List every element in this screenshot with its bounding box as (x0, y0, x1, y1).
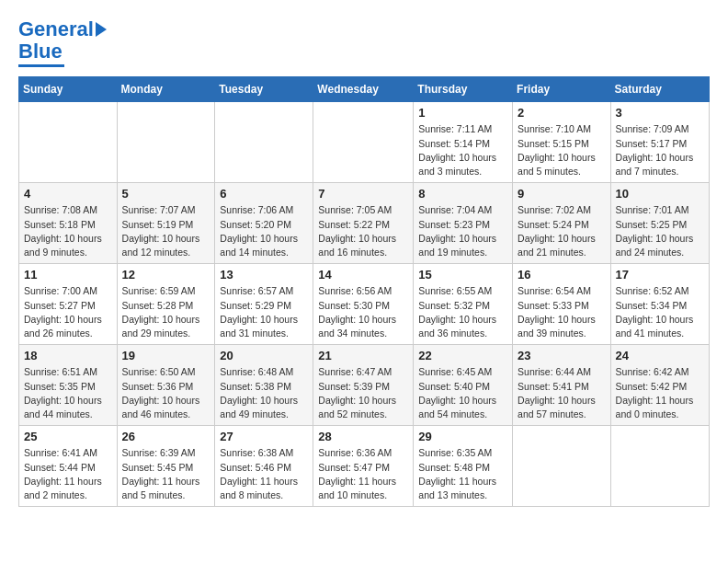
day-number: 2 (518, 106, 606, 120)
calendar-cell: 20Sunrise: 6:48 AM Sunset: 5:38 PM Dayli… (215, 345, 313, 426)
page-header: General Blue (18, 18, 710, 67)
day-info: Sunrise: 6:35 AM Sunset: 5:48 PM Dayligh… (418, 446, 507, 502)
header-friday: Friday (513, 77, 611, 102)
day-number: 3 (616, 106, 704, 120)
day-info: Sunrise: 6:52 AM Sunset: 5:34 PM Dayligh… (616, 284, 704, 340)
day-info: Sunrise: 6:54 AM Sunset: 5:33 PM Dayligh… (518, 284, 606, 340)
day-info: Sunrise: 6:45 AM Sunset: 5:40 PM Dayligh… (418, 365, 507, 421)
calendar-cell: 27Sunrise: 6:38 AM Sunset: 5:46 PM Dayli… (215, 426, 313, 507)
day-info: Sunrise: 6:57 AM Sunset: 5:29 PM Dayligh… (220, 284, 308, 340)
calendar-cell: 5Sunrise: 7:07 AM Sunset: 5:19 PM Daylig… (117, 183, 215, 264)
day-info: Sunrise: 6:55 AM Sunset: 5:32 PM Dayligh… (418, 284, 507, 340)
day-info: Sunrise: 7:09 AM Sunset: 5:17 PM Dayligh… (616, 122, 704, 178)
calendar-cell: 2Sunrise: 7:10 AM Sunset: 5:15 PM Daylig… (513, 102, 611, 183)
day-info: Sunrise: 7:04 AM Sunset: 5:23 PM Dayligh… (418, 203, 507, 259)
calendar-cell: 18Sunrise: 6:51 AM Sunset: 5:35 PM Dayli… (19, 345, 118, 426)
calendar-cell: 10Sunrise: 7:01 AM Sunset: 5:25 PM Dayli… (610, 183, 709, 264)
day-number: 20 (220, 349, 308, 362)
calendar-cell: 16Sunrise: 6:54 AM Sunset: 5:33 PM Dayli… (513, 264, 611, 345)
day-info: Sunrise: 6:47 AM Sunset: 5:39 PM Dayligh… (318, 365, 408, 421)
day-info: Sunrise: 6:51 AM Sunset: 5:35 PM Dayligh… (24, 365, 112, 421)
calendar-cell (513, 426, 611, 507)
calendar-cell: 21Sunrise: 6:47 AM Sunset: 5:39 PM Dayli… (313, 345, 414, 426)
day-number: 28 (318, 430, 408, 443)
day-number: 9 (518, 187, 606, 201)
header-sunday: Sunday (19, 77, 118, 102)
calendar-cell: 25Sunrise: 6:41 AM Sunset: 5:44 PM Dayli… (19, 426, 118, 507)
calendar-cell: 4Sunrise: 7:08 AM Sunset: 5:18 PM Daylig… (19, 183, 118, 264)
day-number: 7 (318, 187, 408, 201)
day-info: Sunrise: 7:00 AM Sunset: 5:27 PM Dayligh… (24, 284, 112, 340)
day-number: 12 (122, 268, 210, 282)
calendar-cell: 8Sunrise: 7:04 AM Sunset: 5:23 PM Daylig… (414, 183, 513, 264)
day-number: 22 (418, 349, 507, 362)
calendar-cell: 9Sunrise: 7:02 AM Sunset: 5:24 PM Daylig… (513, 183, 611, 264)
calendar-cell: 23Sunrise: 6:44 AM Sunset: 5:41 PM Dayli… (513, 345, 611, 426)
calendar-cell (215, 102, 313, 183)
week-row-3: 11Sunrise: 7:00 AM Sunset: 5:27 PM Dayli… (19, 264, 710, 345)
logo-arrow-icon (96, 22, 107, 37)
day-info: Sunrise: 7:05 AM Sunset: 5:22 PM Dayligh… (318, 203, 408, 259)
day-info: Sunrise: 6:48 AM Sunset: 5:38 PM Dayligh… (220, 365, 308, 421)
day-info: Sunrise: 6:41 AM Sunset: 5:44 PM Dayligh… (24, 446, 112, 502)
calendar-cell: 1Sunrise: 7:11 AM Sunset: 5:14 PM Daylig… (414, 102, 513, 183)
calendar-cell: 6Sunrise: 7:06 AM Sunset: 5:20 PM Daylig… (215, 183, 313, 264)
day-info: Sunrise: 7:10 AM Sunset: 5:15 PM Dayligh… (518, 122, 606, 178)
day-info: Sunrise: 6:38 AM Sunset: 5:46 PM Dayligh… (220, 446, 308, 502)
day-number: 10 (616, 187, 704, 201)
day-info: Sunrise: 7:06 AM Sunset: 5:20 PM Dayligh… (220, 203, 308, 259)
day-number: 1 (418, 106, 507, 120)
calendar-cell (19, 102, 118, 183)
day-number: 13 (220, 268, 308, 282)
day-info: Sunrise: 6:44 AM Sunset: 5:41 PM Dayligh… (518, 365, 606, 421)
day-info: Sunrise: 6:59 AM Sunset: 5:28 PM Dayligh… (122, 284, 210, 340)
calendar-cell (610, 426, 709, 507)
day-number: 25 (24, 430, 112, 443)
day-info: Sunrise: 7:01 AM Sunset: 5:25 PM Dayligh… (616, 203, 704, 259)
calendar-cell: 7Sunrise: 7:05 AM Sunset: 5:22 PM Daylig… (313, 183, 414, 264)
calendar-cell: 11Sunrise: 7:00 AM Sunset: 5:27 PM Dayli… (19, 264, 118, 345)
day-number: 16 (518, 268, 606, 282)
day-number: 11 (24, 268, 112, 282)
calendar-cell: 22Sunrise: 6:45 AM Sunset: 5:40 PM Dayli… (414, 345, 513, 426)
calendar-header-row: SundayMondayTuesdayWednesdayThursdayFrid… (19, 77, 710, 102)
calendar-cell: 3Sunrise: 7:09 AM Sunset: 5:17 PM Daylig… (610, 102, 709, 183)
day-number: 23 (518, 349, 606, 362)
week-row-1: 1Sunrise: 7:11 AM Sunset: 5:14 PM Daylig… (19, 102, 710, 183)
day-number: 18 (24, 349, 112, 362)
calendar-cell (117, 102, 215, 183)
day-number: 8 (418, 187, 507, 201)
header-monday: Monday (117, 77, 215, 102)
day-number: 17 (616, 268, 704, 282)
header-wednesday: Wednesday (313, 77, 414, 102)
day-number: 5 (122, 187, 210, 201)
logo-blue-text: Blue (18, 40, 63, 63)
day-number: 4 (24, 187, 112, 201)
logo-text: General (18, 18, 94, 40)
day-number: 14 (318, 268, 408, 282)
calendar-cell: 24Sunrise: 6:42 AM Sunset: 5:42 PM Dayli… (610, 345, 709, 426)
day-number: 6 (220, 187, 308, 201)
calendar-cell: 17Sunrise: 6:52 AM Sunset: 5:34 PM Dayli… (610, 264, 709, 345)
day-number: 29 (418, 430, 507, 443)
day-info: Sunrise: 6:42 AM Sunset: 5:42 PM Dayligh… (616, 365, 704, 421)
calendar-table: SundayMondayTuesdayWednesdayThursdayFrid… (18, 76, 710, 507)
calendar-cell: 13Sunrise: 6:57 AM Sunset: 5:29 PM Dayli… (215, 264, 313, 345)
day-number: 21 (318, 349, 408, 362)
calendar-cell: 15Sunrise: 6:55 AM Sunset: 5:32 PM Dayli… (414, 264, 513, 345)
day-info: Sunrise: 7:02 AM Sunset: 5:24 PM Dayligh… (518, 203, 606, 259)
day-number: 19 (122, 349, 210, 362)
day-info: Sunrise: 7:07 AM Sunset: 5:19 PM Dayligh… (122, 203, 210, 259)
calendar-cell: 14Sunrise: 6:56 AM Sunset: 5:30 PM Dayli… (313, 264, 414, 345)
week-row-2: 4Sunrise: 7:08 AM Sunset: 5:18 PM Daylig… (19, 183, 710, 264)
calendar-cell: 26Sunrise: 6:39 AM Sunset: 5:45 PM Dayli… (117, 426, 215, 507)
calendar-cell: 19Sunrise: 6:50 AM Sunset: 5:36 PM Dayli… (117, 345, 215, 426)
week-row-5: 25Sunrise: 6:41 AM Sunset: 5:44 PM Dayli… (19, 426, 710, 507)
day-number: 27 (220, 430, 308, 443)
logo-underline (18, 64, 64, 67)
day-number: 24 (616, 349, 704, 362)
day-number: 15 (418, 268, 507, 282)
header-thursday: Thursday (414, 77, 513, 102)
day-info: Sunrise: 6:50 AM Sunset: 5:36 PM Dayligh… (122, 365, 210, 421)
day-info: Sunrise: 6:39 AM Sunset: 5:45 PM Dayligh… (122, 446, 210, 502)
